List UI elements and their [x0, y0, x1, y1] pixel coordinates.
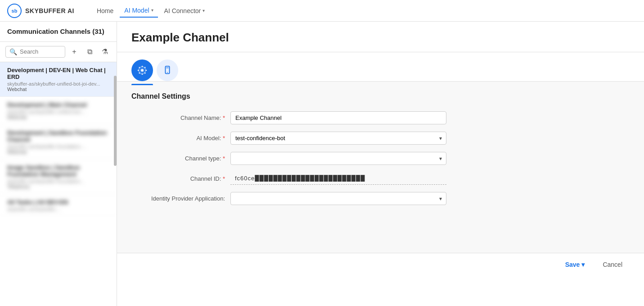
save-button[interactable]: Save ▾: [558, 258, 592, 271]
ai-model-row: AI Model: * test-confidence-bot ▾: [131, 132, 630, 145]
channel-name-input[interactable]: [230, 111, 446, 124]
list-item[interactable]: Development | Sandbox Foundation Channel…: [0, 125, 117, 160]
filter-button[interactable]: ⚗: [99, 46, 111, 58]
layout: Communication Channels (31) 🔍 + ⧉ ⚗ Deve…: [0, 22, 644, 306]
settings-icon: [137, 65, 147, 75]
channel-type-select[interactable]: [230, 152, 446, 165]
sidebar: Communication Channels (31) 🔍 + ⧉ ⚗ Deve…: [0, 22, 117, 306]
ai-connector-chevron-icon: ▾: [203, 8, 205, 13]
channel-id-input[interactable]: [230, 172, 446, 185]
sidebar-list: Development | DEV-EN | Web Chat | ERD sk…: [0, 62, 117, 217]
ai-model-field: test-confidence-bot ▾: [230, 132, 446, 145]
svg-point-2: [167, 72, 168, 73]
topbar: sb SKYBUFFER AI Home AI Model ▾ AI Conne…: [0, 0, 644, 22]
tab-mobile[interactable]: [157, 59, 178, 81]
channel-name-field: [230, 111, 446, 124]
main-content: Example Channel: [117, 22, 644, 306]
section-title: Channel Settings: [131, 92, 630, 100]
main-nav: Home AI Model ▾ AI Connector ▾: [92, 4, 209, 18]
sidebar-search-row: 🔍 + ⧉ ⚗: [0, 42, 117, 62]
channel-type-label: Channel type: *: [131, 155, 230, 162]
search-input-wrap: 🔍: [5, 46, 65, 58]
channel-type-row: Channel type: * ▾: [131, 152, 630, 165]
ai-model-chevron-icon: ▾: [151, 8, 153, 13]
page-header: Example Channel: [117, 22, 644, 52]
cancel-button[interactable]: Cancel: [595, 258, 630, 271]
mobile-icon: [162, 65, 172, 75]
logo: sb SKYBUFFER AI: [7, 4, 74, 18]
tab-channel-settings[interactable]: [131, 59, 153, 81]
channel-type-field: ▾: [230, 152, 446, 165]
nav-home[interactable]: Home: [92, 5, 118, 17]
page-title: Example Channel: [131, 31, 630, 45]
channel-id-field: [230, 172, 446, 185]
sidebar-item-sub: skybuffer-as/skybuffer-unified-bot-joi-d…: [7, 81, 109, 87]
channel-id-label: Channel ID: *: [131, 175, 230, 182]
channel-id-row: Channel ID: *: [131, 172, 630, 185]
ai-model-label: AI Model: *: [131, 135, 230, 142]
nav-ai-connector[interactable]: AI Connector ▾: [160, 5, 210, 17]
scrollbar-thumb[interactable]: [114, 76, 117, 166]
search-input[interactable]: [20, 48, 61, 55]
identity-provider-select[interactable]: [230, 192, 446, 205]
channel-name-row: Channel Name: *: [131, 111, 630, 124]
sidebar-item-title: Development | DEV-EN | Web Chat | ERD: [7, 67, 109, 80]
svg-point-0: [141, 69, 144, 72]
sidebar-header: Communication Channels (31): [0, 22, 117, 42]
copy-button[interactable]: ⧉: [83, 46, 96, 58]
sidebar-title: Communication Channels (31): [7, 27, 109, 36]
channel-name-label: Channel Name: *: [131, 114, 230, 121]
list-item[interactable]: All Tasks | All DEV-EN skybuffer-as/skyb…: [0, 194, 117, 217]
identity-provider-row: Identity Provider Application: ▾: [131, 192, 630, 205]
main-inner: Example Channel: [117, 22, 644, 306]
ai-model-select[interactable]: test-confidence-bot: [230, 132, 446, 145]
sidebar-item-active[interactable]: Development | DEV-EN | Web Chat | ERD sk…: [0, 62, 117, 97]
list-item[interactable]: Image Sandbox | Sandbox Foundation Manag…: [0, 160, 117, 194]
bottom-bar: Save ▾ Cancel: [117, 253, 644, 276]
sidebar-item-tag: Webchat: [7, 87, 109, 92]
save-chevron-icon: ▾: [581, 261, 585, 268]
add-channel-button[interactable]: +: [68, 46, 81, 58]
identity-provider-label: Identity Provider Application:: [131, 195, 230, 202]
logo-icon: sb: [7, 4, 22, 18]
nav-ai-model[interactable]: AI Model ▾: [120, 4, 158, 18]
logo-text: SKYBUFFER AI: [25, 7, 74, 14]
form-section: Channel Settings Channel Name: * AI Mode…: [117, 82, 644, 253]
identity-provider-field: ▾: [230, 192, 446, 205]
list-item[interactable]: Development | Main Channel skybuffer-as/…: [0, 97, 117, 125]
search-icon: 🔍: [9, 48, 17, 55]
tabs-row: [117, 52, 644, 82]
